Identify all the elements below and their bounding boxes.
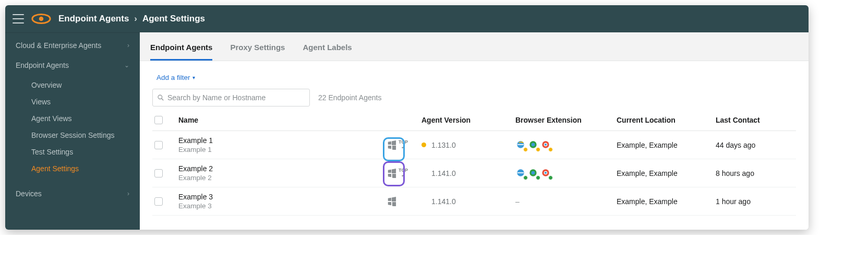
checkbox-all[interactable] (154, 116, 163, 124)
windows-icon (387, 197, 396, 206)
windows-icon (387, 169, 396, 178)
row-hostname: Example 2 (178, 174, 387, 182)
row-name: Example 2 (178, 164, 387, 173)
sidebar-section-devices[interactable]: Devices › (5, 181, 140, 201)
column-last[interactable]: Last Contact (716, 116, 794, 124)
svg-point-6 (532, 143, 535, 146)
app-window: Endpoint Agents › Agent Settings Cloud &… (5, 5, 809, 230)
svg-point-1 (39, 17, 44, 21)
tab-endpoint-agents[interactable]: Endpoint Agents (150, 34, 212, 61)
chrome-icon (540, 168, 552, 179)
browser-extensions (515, 139, 617, 151)
sidebar-section-cloud[interactable]: Cloud & Enterprise Agents › (5, 33, 140, 53)
sidebar-item-views[interactable]: Views (24, 93, 140, 110)
row-version: 1.141.0 (431, 197, 456, 206)
chevron-right-icon: › (134, 14, 137, 24)
sidebar-section-label: Endpoint Agents (16, 61, 69, 69)
row-version: 1.131.0 (431, 141, 456, 149)
topbar: Endpoint Agents › Agent Settings (5, 5, 809, 32)
sidebar-item-browser-session[interactable]: Browser Session Settings (24, 127, 140, 144)
tcp-badge: TCP✓ (399, 140, 408, 150)
tab-proxy-settings[interactable]: Proxy Settings (230, 34, 285, 61)
svg-point-12 (532, 171, 535, 174)
search-icon (157, 94, 164, 101)
breadcrumb-page: Agent Settings (142, 14, 205, 24)
row-location: Example, Example (617, 169, 716, 177)
status-dot-warn (421, 143, 426, 147)
checkbox-row[interactable] (154, 141, 163, 149)
row-location: Example, Example (617, 197, 716, 206)
chevron-down-icon: ⌄ (124, 62, 129, 69)
sidebar-section-label: Cloud & Enterprise Agents (16, 41, 101, 50)
caret-down-icon: ▾ (192, 75, 195, 80)
row-last-contact: 8 hours ago (716, 169, 794, 177)
search-input[interactable] (167, 93, 305, 102)
svg-point-15 (545, 171, 547, 173)
sidebar-section-label: Devices (16, 189, 42, 198)
ie-icon (515, 139, 527, 151)
svg-point-2 (158, 95, 162, 99)
sidebar-item-agent-settings[interactable]: Agent Settings (24, 160, 140, 177)
brand-logo (31, 13, 51, 25)
row-last-contact: 44 days ago (716, 141, 794, 149)
table-row[interactable]: Example 3 Example 3 1.141.0 – Example, E… (152, 187, 796, 216)
tabs-bar: Endpoint Agents Proxy Settings Agent Lab… (140, 32, 809, 61)
search-box[interactable] (152, 89, 310, 106)
column-version[interactable]: Agent Version (421, 116, 515, 124)
sidebar-item-test-settings[interactable]: Test Settings (24, 144, 140, 160)
checkbox-row[interactable] (154, 169, 163, 177)
chevron-right-icon: › (127, 190, 129, 197)
table-header: Name Agent Version Browser Extension Cur… (152, 116, 796, 131)
column-location[interactable]: Current Location (617, 116, 716, 124)
row-version: 1.141.0 (431, 169, 456, 177)
chrome-icon (540, 139, 552, 151)
tab-agent-labels[interactable]: Agent Labels (303, 34, 352, 61)
ie-icon (515, 168, 527, 179)
row-hostname: Example 1 (178, 146, 387, 153)
sidebar-item-overview[interactable]: Overview (24, 77, 140, 93)
breadcrumb-section[interactable]: Endpoint Agents (58, 14, 129, 24)
row-location: Example, Example (617, 141, 716, 149)
add-filter-link[interactable]: Add a filter ▾ (156, 74, 195, 81)
sidebar-item-agent-views[interactable]: Agent Views (24, 110, 140, 127)
row-name: Example 3 (178, 193, 387, 201)
tcp-badge: TCP✓ (399, 168, 408, 178)
edge-icon (528, 139, 539, 151)
table-row[interactable]: Example 2 Example 2 TCP✓ 1.141.0 (152, 159, 796, 187)
row-name: Example 1 (178, 136, 387, 145)
breadcrumb: Endpoint Agents › Agent Settings (58, 14, 205, 24)
svg-line-3 (162, 99, 164, 101)
row-hostname: Example 3 (178, 202, 387, 210)
row-last-contact: 1 hour ago (716, 197, 794, 206)
edge-icon (528, 168, 539, 179)
checkbox-row[interactable] (154, 197, 163, 206)
add-filter-label: Add a filter (156, 74, 190, 81)
sidebar: Cloud & Enterprise Agents › Endpoint Age… (5, 32, 140, 230)
svg-point-9 (545, 143, 547, 145)
column-extension[interactable]: Browser Extension (515, 116, 617, 124)
browser-extensions (515, 168, 617, 179)
sidebar-section-endpoint[interactable]: Endpoint Agents ⌄ (5, 53, 140, 73)
browser-extensions: – (515, 197, 617, 206)
menu-icon[interactable] (13, 14, 24, 23)
count-text: 22 Endpoint Agents (318, 93, 381, 102)
table-row[interactable]: Example 1 Example 1 TCP✓ (152, 131, 796, 159)
windows-icon (387, 140, 396, 150)
chevron-right-icon: › (127, 42, 129, 49)
column-name[interactable]: Name (178, 116, 387, 124)
